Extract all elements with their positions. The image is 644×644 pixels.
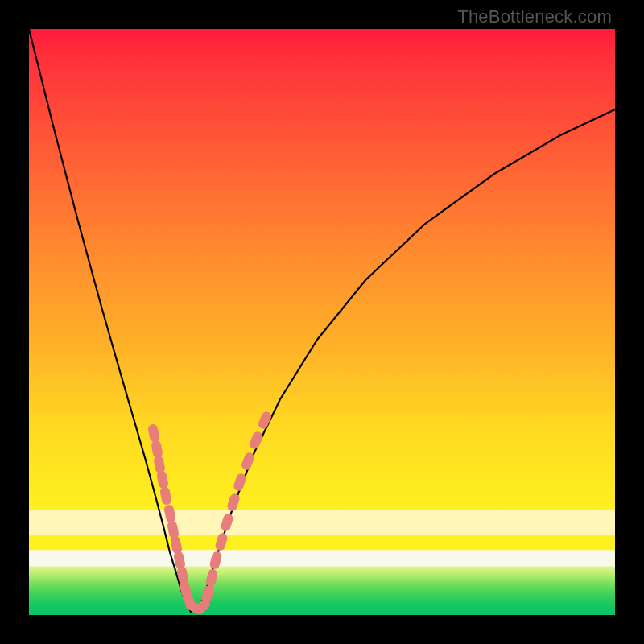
marker-pill: [153, 455, 166, 474]
marker-pill: [151, 440, 163, 459]
marker-pill: [226, 493, 241, 513]
curve-left-branch: [29, 29, 191, 612]
marker-pill: [159, 486, 172, 506]
watermark-text: TheBottleneck.com: [457, 6, 612, 27]
curve-layer: [29, 29, 615, 615]
curve-right-branch: [198, 109, 615, 612]
chart-frame: TheBottleneck.com: [0, 0, 644, 644]
marker-pill: [167, 520, 180, 539]
marker-pill: [156, 470, 169, 489]
marker-pill: [248, 431, 263, 451]
marker-pill: [220, 513, 234, 533]
marker-pill: [163, 504, 176, 523]
marker-group: [147, 411, 273, 617]
marker-pill: [214, 532, 229, 552]
marker-pill: [147, 423, 160, 443]
marker-pill: [170, 535, 183, 555]
marker-pill: [208, 551, 222, 570]
marker-pill: [205, 568, 219, 588]
